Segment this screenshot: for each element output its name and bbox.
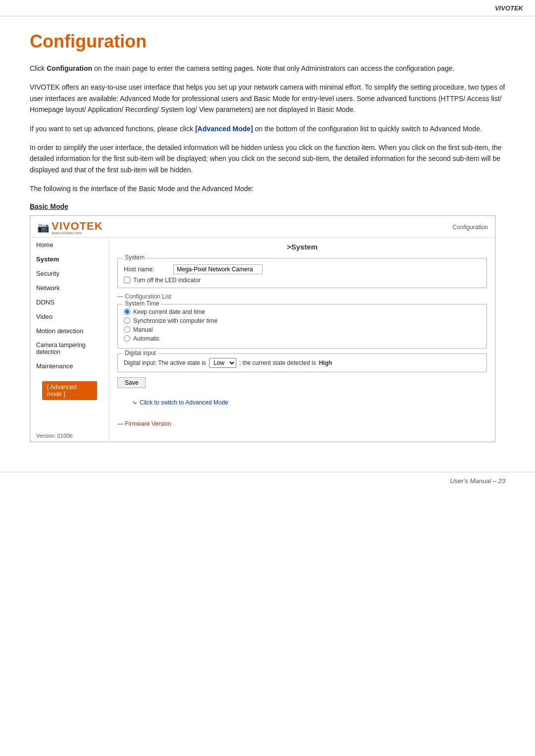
sidebar-item-video[interactable]: Video — [30, 309, 109, 324]
radio-keep-input[interactable] — [124, 308, 130, 315]
ui-mock-header: 📷 VIVOTEK www.vivotek.com Configuration — [30, 216, 495, 238]
sidebar-item-security[interactable]: Security — [30, 266, 109, 281]
radio-keep-label: Keep current date and time — [133, 308, 205, 315]
save-row: Save — [117, 372, 487, 388]
radio-manual-input[interactable] — [124, 326, 130, 333]
config-list-section: — Configuration List System Time Keep cu… — [117, 293, 487, 349]
top-bar: VIVOTEK — [0, 0, 535, 16]
sidebar-item-motion-detection[interactable]: Motion detection — [30, 324, 109, 338]
digital-input-pre: Digital input: The active state is — [124, 359, 206, 366]
logo-block: VIVOTEK www.vivotek.com — [52, 220, 103, 235]
radio-automatic-label: Automatic — [133, 335, 160, 342]
digital-input-row: Digital input: The active state is Low H… — [124, 358, 481, 368]
page-title: Configuration — [30, 31, 505, 52]
led-checkbox-row: Turn off the LED indicator — [124, 277, 481, 284]
radio-automatic: Automatic — [124, 335, 481, 342]
radio-sync-input[interactable] — [124, 317, 130, 324]
system-time-section: System Time Keep current date and time S… — [117, 304, 487, 349]
intro-para3: If you want to set up advanced functions… — [30, 123, 505, 134]
advanced-mode-button[interactable]: [ Advanced mode ] — [42, 381, 97, 400]
advanced-mode-click-row: ⤷ Click to switch to Advanced Mode — [132, 399, 487, 406]
basic-mode-label: Basic Mode — [30, 202, 505, 210]
advanced-mode-link-text[interactable]: [Advanced Mode] — [195, 125, 253, 133]
logo-text: VIVOTEK — [52, 220, 103, 232]
intro-para4: In order to simplify the user interface,… — [30, 142, 505, 175]
system-section-title: System — [123, 254, 147, 261]
config-list-title: — Configuration List — [117, 293, 487, 300]
sidebar-item-network[interactable]: Network — [30, 281, 109, 295]
host-name-row: Host name: — [124, 264, 481, 274]
sidebar-item-camera-tampering[interactable]: Camera tampering detection — [30, 338, 109, 359]
firmware-version-label: — Firmware Version — [117, 420, 171, 427]
system-time-title: System Time — [123, 300, 161, 307]
led-label: Turn off the LED indicator — [133, 277, 201, 284]
digital-input-post: ; the current state detected is — [239, 359, 316, 366]
system-section: System Host name: Turn off the LED indic… — [117, 258, 487, 288]
led-checkbox[interactable] — [124, 277, 130, 283]
logo-area: 📷 VIVOTEK www.vivotek.com — [37, 220, 103, 235]
radio-automatic-input[interactable] — [124, 335, 130, 342]
sidebar-spacer — [30, 408, 109, 428]
radio-manual-label: Manual — [133, 326, 153, 333]
host-name-input[interactable] — [173, 264, 263, 274]
ui-mock: 📷 VIVOTEK www.vivotek.com Configuration … — [30, 215, 495, 442]
digital-input-select[interactable]: Low High — [209, 358, 236, 368]
sidebar-version: Version: 0100b — [30, 430, 109, 442]
ui-mock-body: Home System Security Network DDNS Video … — [30, 238, 495, 442]
main-panel-title: >System — [117, 243, 487, 253]
page-content: Configuration Click Configuration on the… — [0, 16, 535, 472]
digital-input-state: High — [319, 359, 332, 366]
click-advanced-label[interactable]: Click to switch to Advanced Mode — [140, 399, 228, 406]
intro-bold: Configuration — [47, 64, 92, 72]
header-config-link[interactable]: Configuration — [453, 224, 488, 231]
intro-para2: VIVOTEK offers an easy-to-use user inter… — [30, 82, 505, 115]
arrow-right-icon: ⤷ — [132, 399, 138, 406]
sidebar-item-maintenance[interactable]: Maintenance — [30, 359, 109, 373]
advanced-mode-wrapper: [ Advanced mode ] — [30, 373, 109, 408]
sidebar-item-ddns[interactable]: DDNS — [30, 295, 109, 309]
digital-input-title: Digital input — [123, 350, 158, 356]
logo-icon: 📷 — [37, 221, 50, 233]
page-footer: User's Manual – 23 — [0, 472, 535, 490]
radio-manual: Manual — [124, 326, 481, 333]
radio-sync: Synchronize with computer time — [124, 317, 481, 324]
basic-mode-intro: The following is the interface of the Ba… — [30, 183, 505, 194]
digital-input-wrapper: Digital input Digital input: The active … — [117, 353, 487, 372]
brand-label: VIVOTEK — [495, 4, 523, 12]
main-panel: >System System Host name: Turn off the L… — [109, 238, 495, 442]
sidebar-item-home[interactable]: Home — [30, 238, 109, 252]
firmware-row: — Firmware Version — [117, 416, 487, 427]
sidebar-item-system[interactable]: System — [30, 252, 109, 266]
radio-keep: Keep current date and time — [124, 308, 481, 315]
save-button[interactable]: Save — [117, 377, 146, 388]
intro-para1: Click Configuration on the main page to … — [30, 63, 505, 74]
digital-input-section: Digital input Digital input: The active … — [117, 353, 487, 372]
sidebar: Home System Security Network DDNS Video … — [30, 238, 109, 442]
footer-text: User's Manual – 23 — [450, 477, 505, 485]
host-name-label: Host name: — [124, 266, 168, 273]
radio-sync-label: Synchronize with computer time — [133, 317, 217, 324]
